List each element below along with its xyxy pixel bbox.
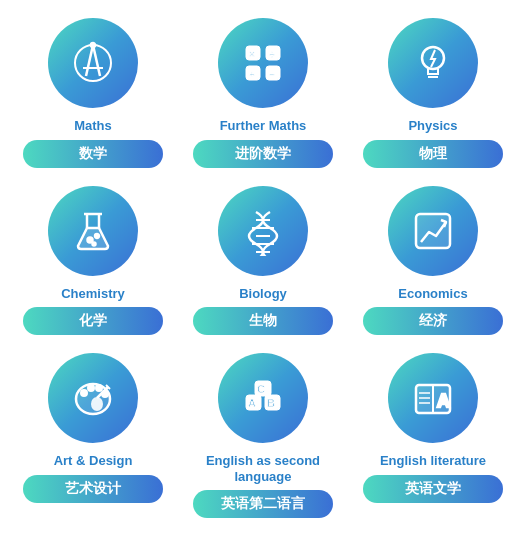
chemistry-name-zh[interactable]: 化学 xyxy=(23,307,163,335)
subject-card-further-maths: × ÷ + − Further Maths 进阶数学 xyxy=(183,18,343,168)
svg-point-21 xyxy=(88,237,93,242)
svg-text:+: + xyxy=(249,69,255,80)
english-second-name-en: English as second language xyxy=(183,453,343,484)
biology-name-en: Biology xyxy=(239,286,287,302)
economics-name-zh[interactable]: 经济 xyxy=(363,307,503,335)
physics-icon-circle xyxy=(388,18,478,108)
biology-icon xyxy=(238,206,288,256)
svg-point-32 xyxy=(88,385,94,391)
maths-icon-circle xyxy=(48,18,138,108)
biology-name-zh[interactable]: 生物 xyxy=(193,307,333,335)
art-name-zh[interactable]: 艺术设计 xyxy=(23,475,163,503)
svg-point-31 xyxy=(81,390,87,396)
maths-name-zh[interactable]: 数学 xyxy=(23,140,163,168)
english-lit-icon-circle: A xyxy=(388,353,478,443)
economics-icon xyxy=(408,206,458,256)
svg-text:×: × xyxy=(249,49,255,60)
svg-rect-29 xyxy=(416,214,450,248)
svg-point-35 xyxy=(92,398,102,410)
svg-text:−: − xyxy=(269,69,275,80)
physics-name-zh[interactable]: 物理 xyxy=(363,140,503,168)
economics-name-en: Economics xyxy=(398,286,467,302)
further-maths-icon: × ÷ + − xyxy=(238,38,288,88)
english-second-name-zh[interactable]: 英语第二语言 xyxy=(193,490,333,518)
svg-text:A: A xyxy=(248,397,256,409)
art-icon-circle xyxy=(48,353,138,443)
svg-point-23 xyxy=(93,242,96,245)
physics-name-en: Physics xyxy=(408,118,457,134)
subject-card-chemistry: Chemistry 化学 xyxy=(13,186,173,336)
english-lit-name-zh[interactable]: 英语文学 xyxy=(363,475,503,503)
art-name-en: Art & Design xyxy=(54,453,133,469)
subject-card-economics: Economics 经济 xyxy=(353,186,513,336)
english-second-icon-circle: A B C xyxy=(218,353,308,443)
svg-line-1 xyxy=(86,45,93,76)
further-maths-icon-circle: × ÷ + − xyxy=(218,18,308,108)
english-second-icon: A B C xyxy=(238,373,288,423)
svg-line-2 xyxy=(93,45,100,76)
art-icon xyxy=(68,373,118,423)
chemistry-icon xyxy=(68,206,118,256)
svg-point-22 xyxy=(95,234,99,238)
maths-name-en: Maths xyxy=(74,118,112,134)
svg-text:A: A xyxy=(437,391,450,411)
subject-card-english-lit: A English literature 英语文学 xyxy=(353,353,513,518)
svg-text:C: C xyxy=(257,383,265,395)
subject-card-physics: Physics 物理 xyxy=(353,18,513,168)
subject-card-english-second: A B C English as second language 英语第二语言 xyxy=(183,353,343,518)
svg-text:÷: ÷ xyxy=(269,49,275,60)
economics-icon-circle xyxy=(388,186,478,276)
further-maths-name-zh[interactable]: 进阶数学 xyxy=(193,140,333,168)
maths-icon xyxy=(68,38,118,88)
subject-card-art: Art & Design 艺术设计 xyxy=(13,353,173,518)
biology-icon-circle xyxy=(218,186,308,276)
english-lit-name-en: English literature xyxy=(380,453,486,469)
chemistry-name-en: Chemistry xyxy=(61,286,125,302)
further-maths-name-en: Further Maths xyxy=(220,118,307,134)
svg-point-33 xyxy=(96,385,102,391)
english-lit-icon: A xyxy=(408,373,458,423)
chemistry-icon-circle xyxy=(48,186,138,276)
svg-point-4 xyxy=(91,43,95,47)
physics-icon xyxy=(408,38,458,88)
subject-card-biology: Biology 生物 xyxy=(183,186,343,336)
subjects-grid: Maths 数学 × ÷ + − Further Maths 进阶数学 xyxy=(13,18,513,518)
subject-card-maths: Maths 数学 xyxy=(13,18,173,168)
svg-text:B: B xyxy=(267,397,275,409)
